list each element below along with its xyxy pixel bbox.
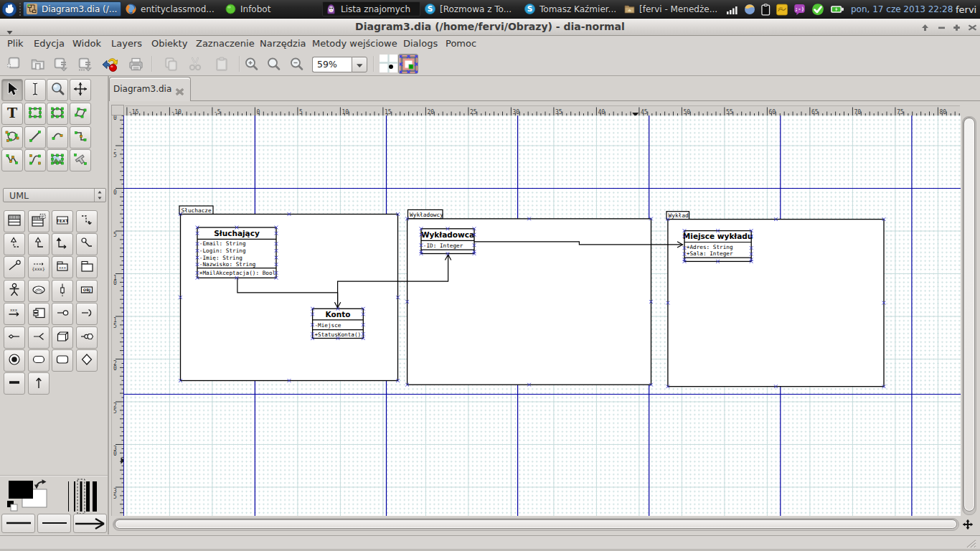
menu-metodywejciowe[interactable]: Metody wejściowe (306, 36, 404, 52)
taskbar-window-0[interactable]: Diagram3.dia (/... (23, 1, 121, 17)
shape-uml-required-interface[interactable] (76, 303, 98, 325)
shape-uml-message[interactable]: xxx (4, 303, 25, 325)
taskbar-window-2[interactable]: Infobot (222, 1, 321, 17)
toolbar-zoom-in-icon[interactable] (244, 57, 259, 75)
shape-uml-class-template[interactable] (28, 210, 50, 232)
weather-icon[interactable] (744, 4, 755, 15)
toolbar-undo-redo-icon[interactable] (101, 57, 118, 75)
shape-uml-class[interactable] (4, 210, 25, 232)
titlebar-shade-up-button[interactable] (920, 21, 933, 33)
shape-uml-initial-state[interactable] (4, 349, 25, 372)
tool-zigzagline[interactable] (70, 126, 91, 149)
tab-close-icon[interactable] (175, 85, 184, 99)
shape-uml-component[interactable] (28, 303, 50, 325)
menu-narzdzia[interactable]: Narzędzia (253, 36, 313, 52)
sheet-selector[interactable]: UML (3, 188, 106, 202)
taskbar-window-5[interactable]: STomasz Kaźmier... (522, 1, 620, 17)
tool-polyline[interactable] (1, 149, 23, 171)
shape-uml-transition[interactable] (28, 372, 50, 395)
green-check-icon[interactable] (811, 3, 825, 16)
toolbar-paste-icon[interactable] (215, 57, 229, 75)
taskbar-window-6[interactable]: [fervi - Menedże... (621, 1, 720, 17)
chat-smiley-icon[interactable]: ;-) (793, 4, 806, 16)
shape-uml-constraint[interactable]: {xxx} (28, 256, 50, 278)
menu-zaznaczenie[interactable]: Zaznaczenie (189, 36, 261, 52)
tool-image[interactable] (47, 149, 68, 171)
shape-uml-decision[interactable] (76, 349, 98, 372)
toolbar-save-icon[interactable] (53, 57, 70, 75)
clock[interactable]: pon, 17 cze 2013 22:28 (851, 0, 953, 19)
shape-uml-dependency[interactable] (76, 210, 98, 232)
zoom-input[interactable]: 59% (312, 57, 352, 72)
taskbar-window-4[interactable]: S[Rozmowa z To... (422, 1, 520, 17)
zoom-dropdown-button[interactable] (352, 57, 367, 72)
tool-box[interactable] (24, 103, 46, 125)
menu-layers[interactable]: Layers (105, 36, 149, 52)
menu-pomoc[interactable]: Pomoc (439, 36, 483, 52)
titlebar-minimize-button[interactable] (937, 21, 949, 33)
titlebar-maximize-button[interactable] (952, 21, 964, 33)
line-start-style-button[interactable] (1, 514, 35, 533)
window-titlebar[interactable]: Diagram3.dia (/home/fervi/Obrazy) - dia-… (0, 19, 980, 36)
tool-magnify[interactable] (47, 79, 68, 101)
shape-uml-implements[interactable] (76, 233, 98, 255)
toolbar-copy-icon[interactable] (164, 57, 179, 75)
shape-uml-fork[interactable] (4, 372, 25, 395)
battery-icon[interactable] (830, 4, 844, 14)
canvas-origin-button[interactable] (963, 519, 976, 532)
user-menu[interactable]: fervi (956, 0, 976, 19)
tool-modify[interactable] (1, 79, 23, 101)
vertical-scrollbar-thumb[interactable] (963, 118, 975, 512)
shape-uml-provided-interface[interactable] (52, 303, 73, 325)
menu-widok[interactable]: Widok (66, 36, 108, 52)
line-style-button[interactable] (37, 514, 71, 533)
line-width-selector[interactable] (63, 478, 100, 518)
menu-plik[interactable]: Plik (1, 36, 30, 52)
signal-bars-icon[interactable] (726, 4, 739, 15)
toolbar-snap-objects-toggle[interactable] (398, 54, 418, 74)
shape-uml-assoc-diamond[interactable] (4, 326, 25, 349)
uml-class-Wykładowca[interactable]: Wykładowca-ID: Integer (420, 227, 476, 255)
uml-class-Konto[interactable]: Konto-Miejsce+StatusKonta() (311, 307, 365, 340)
shape-uml-actor[interactable] (4, 280, 25, 302)
shape-uml-package-large[interactable] (76, 256, 98, 278)
notes-icon[interactable] (776, 4, 788, 16)
arrow-end-style-button[interactable] (73, 514, 107, 533)
shape-uml-lifeline[interactable] (52, 280, 73, 302)
toolbar-new-diagram-icon[interactable] (6, 57, 21, 75)
tool-outline[interactable] (70, 149, 91, 171)
shape-uml-realizes[interactable] (4, 233, 25, 255)
resize-grip[interactable] (966, 538, 977, 548)
toolbar-snap-grid-toggle[interactable] (379, 54, 399, 74)
shape-uml-association[interactable] (52, 233, 73, 255)
tool-scroll[interactable] (70, 79, 91, 101)
sheet-spinner[interactable] (94, 189, 105, 202)
tool-bezierline[interactable] (24, 149, 46, 171)
toolbar-save-as-icon[interactable] (77, 57, 95, 75)
toolbar-cut-icon[interactable] (188, 57, 202, 75)
diagram-canvas[interactable]: SłuchaczeWykładowcyWykładSłuchający-Emai… (123, 116, 961, 516)
titlebar-close-button[interactable] (968, 21, 980, 33)
toolbar-zoom-1-icon[interactable] (266, 57, 281, 75)
tool-text[interactable]: T (1, 103, 23, 125)
tool-text-edit[interactable] (24, 79, 46, 101)
shape-uml-generalization[interactable] (28, 233, 50, 255)
shape-uml-package-small[interactable]: xxx (52, 256, 73, 278)
shape-uml-classicon[interactable] (76, 326, 98, 349)
shape-uml-node[interactable] (52, 326, 73, 349)
shape-uml-activity[interactable] (28, 349, 50, 372)
tool-beziergon[interactable] (1, 126, 23, 149)
menu-edycja[interactable]: Edycja (27, 36, 71, 52)
clipboard-icon[interactable] (760, 4, 771, 16)
uml-class-Słuchający[interactable]: Słuchający-Email: String-Login: String-I… (196, 226, 278, 280)
toolbar-zoom-out-icon[interactable] (289, 57, 304, 75)
tool-ellipse[interactable] (47, 103, 68, 125)
menu-dialogs[interactable]: Dialogs (397, 36, 444, 52)
shape-uml-aggregation[interactable] (4, 256, 25, 278)
tool-polygon[interactable] (70, 103, 91, 125)
shape-uml-text[interactable]: TEXT (52, 210, 73, 232)
taskbar-window-3[interactable]: Lista znajomych (322, 1, 420, 17)
app-launcher[interactable] (1, 1, 17, 17)
shape-uml-branch[interactable] (28, 326, 50, 349)
tool-line[interactable] (24, 126, 46, 149)
